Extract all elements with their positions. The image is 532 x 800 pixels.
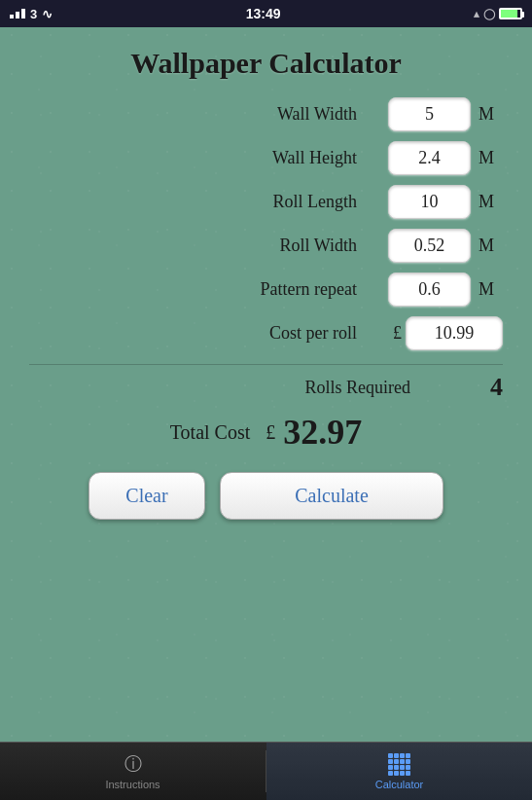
cost-per-roll-input[interactable] [406,316,503,350]
wall-height-input[interactable] [388,141,471,175]
calculator-icon [388,753,410,776]
tab-calculator-label: Calculator [375,779,424,790]
pattern-repeat-row: Pattern repeat M [29,273,503,307]
wall-height-row: Wall Height M [29,141,503,175]
status-left: 3 ∿ [10,7,53,21]
wall-height-right: M [367,141,503,175]
roll-length-label: Roll Length [29,192,367,212]
cost-per-roll-right: £ [367,316,503,350]
instructions-icon: ⓘ [124,752,142,776]
app-title: Wallpaper Calculator [29,47,503,80]
roll-width-right: M [367,229,503,263]
tab-calculator[interactable]: Calculator [266,743,532,800]
tab-instructions-label: Instructions [105,779,160,790]
tab-bar: ⓘ Instructions Calculator [0,742,532,800]
alarm-icon: ◯ [483,8,495,20]
wall-width-label: Wall Width [29,104,367,125]
rolls-required-row: Rolls Required 4 [29,369,503,406]
main-content: Wallpaper Calculator Wall Width M Wall H… [0,27,532,742]
wall-height-unit: M [479,148,503,168]
cost-per-roll-row: Cost per roll £ [29,316,503,350]
rolls-required-label: Rolls Required [29,378,425,398]
battery-icon [499,8,522,19]
location-icon: ▴ [474,8,479,20]
total-currency-symbol: £ [266,421,275,444]
status-time: 13:49 [246,6,281,21]
pattern-repeat-label: Pattern repeat [29,279,367,300]
status-bar: 3 ∿ 13:49 ▴ ◯ [0,0,532,27]
total-cost-label: Total Cost [170,421,251,444]
roll-length-right: M [367,185,503,219]
wall-width-right: M [367,97,503,131]
divider [29,364,503,365]
roll-width-row: Roll Width M [29,229,503,263]
wall-height-label: Wall Height [29,148,367,168]
clear-button[interactable]: Clear [89,472,205,520]
cost-per-roll-label: Cost per roll [29,323,367,344]
cost-currency-symbol: £ [393,323,402,344]
roll-width-unit: M [479,236,503,256]
carrier-label: 3 [30,7,37,21]
rolls-required-value: 4 [425,373,503,402]
wifi-icon: ∿ [42,7,53,21]
calculate-button[interactable]: Calculate [220,472,443,520]
total-cost-value: 32.97 [283,412,362,453]
total-cost-row: Total Cost £ 32.97 [29,412,503,453]
roll-width-input[interactable] [388,229,471,263]
wall-width-input[interactable] [388,97,471,131]
signal-icon [10,9,25,18]
roll-length-input[interactable] [388,185,471,219]
roll-length-row: Roll Length M [29,185,503,219]
wall-width-row: Wall Width M [29,97,503,131]
button-row: Clear Calculate [29,472,503,520]
status-right: ▴ ◯ [474,8,522,20]
wall-width-unit: M [479,104,503,125]
tab-instructions[interactable]: ⓘ Instructions [0,743,266,800]
roll-length-unit: M [479,192,503,212]
pattern-repeat-right: M [367,273,503,307]
pattern-repeat-unit: M [479,279,503,300]
roll-width-label: Roll Width [29,236,367,256]
pattern-repeat-input[interactable] [388,273,471,307]
